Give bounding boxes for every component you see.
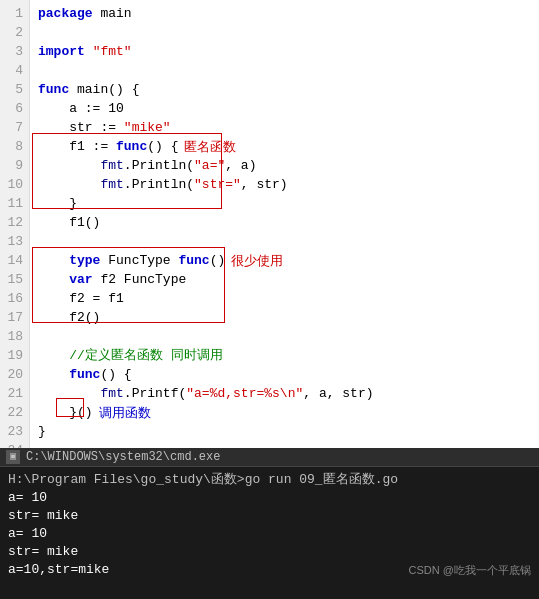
- terminal-line-1: a= 10: [8, 489, 531, 507]
- string-fmt: "fmt": [93, 42, 132, 61]
- keyword-import: import: [38, 42, 85, 61]
- code-line-2: [38, 23, 531, 42]
- code-line-6: a := 10: [38, 99, 531, 118]
- keyword-package: package: [38, 4, 93, 23]
- code-line-23: }: [38, 422, 531, 441]
- code-line-1: package main: [38, 4, 531, 23]
- annotation-rarely-used: 很少使用: [231, 251, 283, 270]
- box-anonymous-func: [32, 133, 222, 209]
- terminal-line-command: H:\Program Files\go_study\函数>go run 09_匿…: [8, 471, 531, 489]
- code-editor: 1 2 3 4 5 6 7 8 9 10 11 12 13 14 15 16 1…: [0, 0, 539, 448]
- terminal: ▣ C:\WINDOWS\system32\cmd.exe H:\Program…: [0, 448, 539, 599]
- code-line-4: [38, 61, 531, 80]
- box-functype: [32, 247, 225, 323]
- terminal-icon: ▣: [6, 450, 20, 464]
- code-line-22: }() 调用函数: [38, 403, 531, 422]
- terminal-line-3: a= 10: [8, 525, 531, 543]
- code-line-19: //定义匿名函数 同时调用: [38, 346, 531, 365]
- code-line-24: [38, 441, 531, 448]
- line-numbers: 1 2 3 4 5 6 7 8 9 10 11 12 13 14 15 16 1…: [0, 0, 30, 448]
- code-line-21: fmt.Printf("a=%d,str=%s\n", a, str): [38, 384, 531, 403]
- plain-main: main: [93, 4, 132, 23]
- terminal-body: H:\Program Files\go_study\函数>go run 09_匿…: [0, 467, 539, 583]
- terminal-line-2: str= mike: [8, 507, 531, 525]
- csdn-watermark: CSDN @吃我一个平底锅: [409, 561, 531, 579]
- code-line-20: func() {: [38, 365, 531, 384]
- terminal-titlebar: ▣ C:\WINDOWS\system32\cmd.exe: [0, 448, 539, 467]
- terminal-title: C:\WINDOWS\system32\cmd.exe: [26, 450, 220, 464]
- box-call: [56, 398, 84, 417]
- code-line-3: import "fmt": [38, 42, 531, 61]
- code-line-5: func main() {: [38, 80, 531, 99]
- code-content-wrapper: package main import "fmt" func main() { …: [30, 0, 539, 448]
- terminal-line-4: str= mike: [8, 543, 531, 561]
- code-lines: package main import "fmt" func main() { …: [30, 0, 539, 448]
- annotation-call-func: 调用函数: [99, 403, 151, 422]
- code-line-12: f1(): [38, 213, 531, 232]
- code-line-18: [38, 327, 531, 346]
